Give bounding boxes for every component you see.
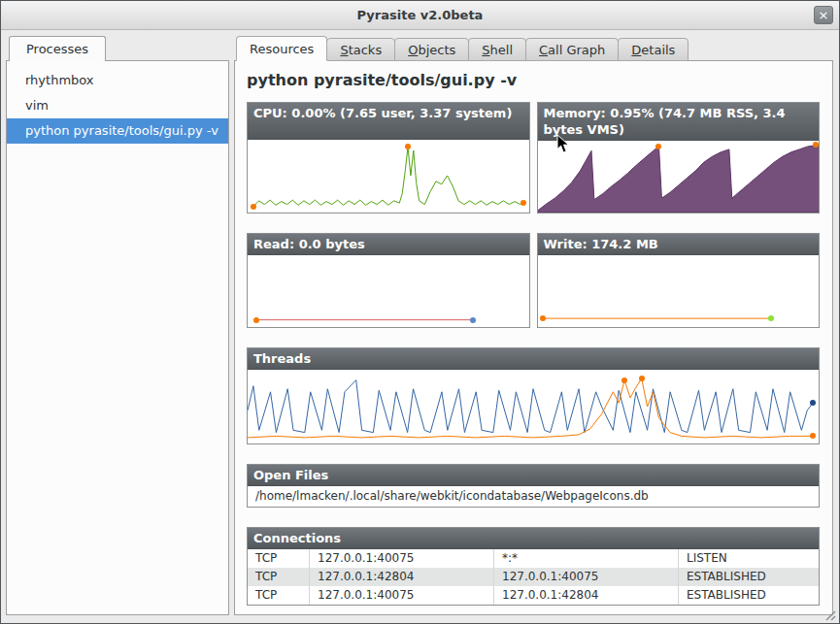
process-item[interactable]: rhythmbox bbox=[7, 68, 228, 93]
chart-dot bbox=[810, 400, 816, 406]
panel-write-title: Write: 174.2 MB bbox=[538, 234, 820, 255]
connection-cell: LISTEN bbox=[679, 549, 819, 568]
panel-connections-title: Connections bbox=[248, 528, 819, 549]
chart-dot bbox=[655, 144, 661, 149]
memory-chart bbox=[538, 141, 820, 213]
chart-dot bbox=[813, 142, 819, 148]
panel-cpu-title: CPU: 0.00% (7.65 user, 3.37 system) bbox=[248, 103, 529, 140]
tab-stacks[interactable]: Stacks bbox=[326, 38, 395, 61]
threads-chart bbox=[248, 370, 819, 443]
process-list: rhythmboxvimpython pyrasite/tools/gui.py… bbox=[6, 60, 229, 615]
chart-dot bbox=[639, 376, 645, 381]
chart-dot bbox=[810, 433, 816, 439]
process-item[interactable]: vim bbox=[7, 93, 228, 118]
io-row: Read: 0.0 bytes Write: 174.2 MB bbox=[247, 233, 820, 328]
tab-details[interactable]: Details bbox=[618, 38, 689, 61]
connection-row[interactable]: TCP127.0.0.1:42804127.0.0.1:40075ESTABLI… bbox=[248, 568, 819, 586]
connection-row[interactable]: TCP127.0.0.1:40075127.0.0.1:42804ESTABLI… bbox=[248, 586, 819, 605]
cpu-chart bbox=[248, 140, 529, 212]
tab-processes[interactable]: Processes bbox=[9, 36, 106, 61]
tab-objects[interactable]: Objects bbox=[394, 38, 469, 61]
resources-view: python pyrasite/tools/gui.py -v CPU: 0.0… bbox=[234, 60, 833, 615]
panel-open-files: Open Files /home/lmacken/.local/share/we… bbox=[247, 464, 820, 508]
chart-dot bbox=[540, 315, 546, 321]
connection-cell: *:* bbox=[494, 549, 679, 568]
panel-read-title: Read: 0.0 bytes bbox=[248, 234, 529, 255]
chart-dot bbox=[768, 315, 774, 321]
chart-dot bbox=[405, 144, 411, 149]
connection-cell: TCP bbox=[248, 568, 310, 586]
panel-read: Read: 0.0 bytes bbox=[247, 233, 530, 328]
connection-row[interactable]: TCP127.0.0.1:40075*:*LISTEN bbox=[248, 549, 819, 568]
connection-cell: ESTABLISHED bbox=[679, 568, 819, 586]
connection-cell: TCP bbox=[248, 586, 310, 605]
chart-dot bbox=[253, 317, 259, 323]
processes-notebook: Processes rhythmboxvimpython pyrasite/to… bbox=[6, 36, 229, 615]
chart-dot bbox=[251, 204, 256, 210]
tab-call-graph[interactable]: Call Graph bbox=[525, 38, 619, 61]
resize-grip[interactable] bbox=[823, 607, 836, 620]
connection-cell: 127.0.0.1:42804 bbox=[310, 568, 494, 586]
connection-cell: TCP bbox=[248, 549, 310, 568]
process-item[interactable]: python pyrasite/tools/gui.py -v bbox=[7, 118, 228, 144]
panel-threads-title: Threads bbox=[248, 348, 819, 370]
tabs-row: ResourcesStacksObjectsShellCall GraphDet… bbox=[236, 36, 688, 61]
connection-cell: 127.0.0.1:40075 bbox=[310, 586, 494, 605]
panel-write: Write: 174.2 MB bbox=[537, 233, 821, 328]
page-title: python pyrasite/tools/gui.py -v bbox=[247, 71, 820, 89]
chart-dot bbox=[470, 317, 476, 323]
panel-cpu: CPU: 0.00% (7.65 user, 3.37 system) bbox=[247, 102, 530, 213]
panel-memory: Memory: 0.95% (74.7 MB RSS, 3.4 bytes VM… bbox=[537, 102, 821, 213]
connection-cell: 127.0.0.1:40075 bbox=[310, 549, 494, 568]
close-icon: × bbox=[819, 8, 829, 22]
main-notebook: ResourcesStacksObjectsShellCall GraphDet… bbox=[234, 36, 833, 615]
close-button[interactable]: × bbox=[814, 6, 833, 24]
tab-shell[interactable]: Shell bbox=[468, 38, 526, 61]
connection-cell: ESTABLISHED bbox=[679, 586, 819, 605]
chart-dot bbox=[622, 378, 627, 383]
open-files-list: /home/lmacken/.local/share/webkit/iconda… bbox=[248, 486, 819, 507]
chart-dot bbox=[521, 200, 526, 206]
titlebar[interactable]: Pyrasite v2.0beta × bbox=[1, 1, 839, 30]
panel-memory-title: Memory: 0.95% (74.7 MB RSS, 3.4 bytes VM… bbox=[538, 103, 820, 141]
read-chart bbox=[248, 255, 529, 327]
tab-resources[interactable]: Resources bbox=[236, 36, 327, 61]
window-title: Pyrasite v2.0beta bbox=[1, 1, 839, 29]
connections-table: TCP127.0.0.1:40075*:*LISTENTCP127.0.0.1:… bbox=[248, 549, 819, 605]
cpu-memory-row: CPU: 0.00% (7.65 user, 3.37 system) Memo… bbox=[247, 102, 820, 213]
panel-connections: Connections TCP127.0.0.1:40075*:*LISTENT… bbox=[247, 527, 820, 606]
open-file-row[interactable]: /home/lmacken/.local/share/webkit/iconda… bbox=[248, 486, 819, 507]
pyrasite-window: Pyrasite v2.0beta × Processes rhythmboxv… bbox=[0, 0, 840, 624]
connection-cell: 127.0.0.1:42804 bbox=[494, 586, 679, 605]
connection-cell: 127.0.0.1:40075 bbox=[494, 568, 679, 586]
panel-open-files-title: Open Files bbox=[248, 465, 819, 486]
write-chart bbox=[538, 255, 820, 327]
panel-threads: Threads bbox=[247, 347, 820, 444]
